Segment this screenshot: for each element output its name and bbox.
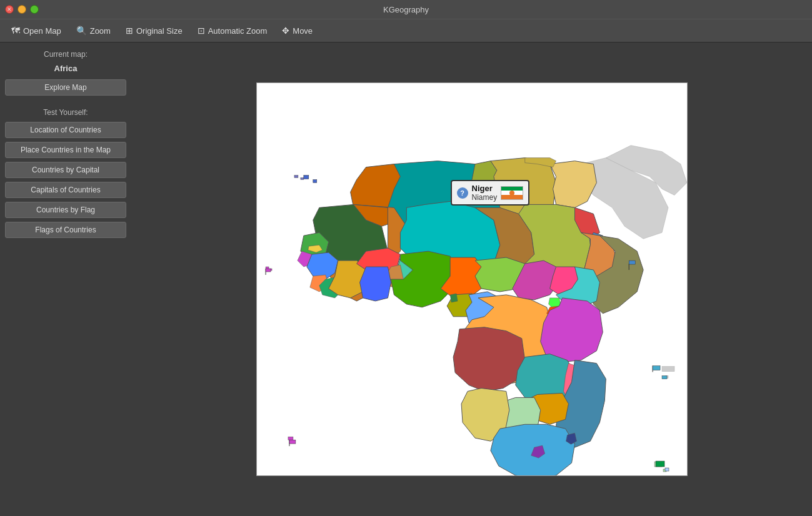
zoom-icon: 🔍 <box>76 26 87 36</box>
window-title: KGeography <box>383 5 429 14</box>
open-map-label: Open Map <box>23 26 61 36</box>
tooltip-text: Niger Niamey <box>472 184 498 202</box>
svg-rect-5 <box>288 437 293 440</box>
minimize-button[interactable] <box>18 5 26 14</box>
svg-rect-13 <box>266 269 271 272</box>
automatic-zoom-button[interactable]: ⊡ Automatic Zoom <box>191 23 274 38</box>
automatic-zoom-label: Automatic Zoom <box>208 26 268 36</box>
automatic-zoom-icon: ⊡ <box>198 26 205 36</box>
tooltip-flag <box>501 186 523 200</box>
tooltip-country-name: Niger <box>472 184 498 193</box>
svg-rect-22 <box>665 468 669 471</box>
place-countries-button[interactable]: Place Countries in the Map <box>5 142 126 158</box>
current-map-label: Current map: <box>5 50 126 59</box>
zoom-label: Zoom <box>90 26 111 36</box>
toolbar: 🗺 Open Map 🔍 Zoom ⊞ Original Size ⊡ Auto… <box>0 19 812 42</box>
move-icon: ✥ <box>282 26 289 36</box>
africa-map-svg <box>257 83 687 475</box>
test-yourself-label: Test Yourself: <box>5 108 126 117</box>
original-size-icon: ⊞ <box>126 26 133 36</box>
explore-map-button[interactable]: Explore Map <box>5 79 126 96</box>
location-of-countries-button[interactable]: Location of Countries <box>5 122 126 138</box>
svg-rect-18 <box>662 376 667 379</box>
main-content: Current map: Africa Explore Map Test You… <box>0 42 812 516</box>
svg-rect-11 <box>313 180 316 183</box>
country-tooltip: ? Niger Niamey <box>451 180 530 206</box>
open-map-icon: 🗺 <box>11 26 20 36</box>
original-size-button[interactable]: ⊞ Original Size <box>119 23 189 38</box>
tooltip-capital-name: Niamey <box>472 193 498 202</box>
svg-rect-17 <box>653 366 660 370</box>
svg-rect-21 <box>656 461 664 467</box>
svg-rect-20 <box>629 260 635 264</box>
tooltip-question-icon: ? <box>457 187 468 199</box>
svg-rect-15 <box>289 440 295 444</box>
sidebar: Current map: Africa Explore Map Test You… <box>0 42 131 516</box>
svg-rect-1 <box>294 176 298 178</box>
titlebar: ✕ KGeography <box>0 0 812 19</box>
current-map-value: Africa <box>5 64 126 73</box>
zoom-button[interactable]: 🔍 Zoom <box>70 23 117 38</box>
flags-of-countries-button[interactable]: Flags of Countries <box>5 222 126 238</box>
move-button[interactable]: ✥ Move <box>276 23 319 38</box>
capitals-of-countries-button[interactable]: Capitals of Countries <box>5 182 126 198</box>
close-button[interactable]: ✕ <box>5 5 14 14</box>
open-map-button[interactable]: 🗺 Open Map <box>5 23 68 38</box>
svg-rect-2 <box>300 178 303 180</box>
countries-by-capital-button[interactable]: Countries by Capital <box>5 162 126 178</box>
map-container[interactable]: ? Niger Niamey <box>256 82 688 476</box>
maximize-button[interactable] <box>30 5 39 14</box>
map-area[interactable]: ? Niger Niamey <box>131 42 812 516</box>
move-label: Move <box>293 26 313 36</box>
window-controls[interactable]: ✕ <box>5 5 39 14</box>
original-size-label: Original Size <box>136 26 183 36</box>
svg-rect-6 <box>662 367 674 372</box>
countries-by-flag-button[interactable]: Countries by Flag <box>5 202 126 218</box>
svg-rect-10 <box>303 176 308 179</box>
